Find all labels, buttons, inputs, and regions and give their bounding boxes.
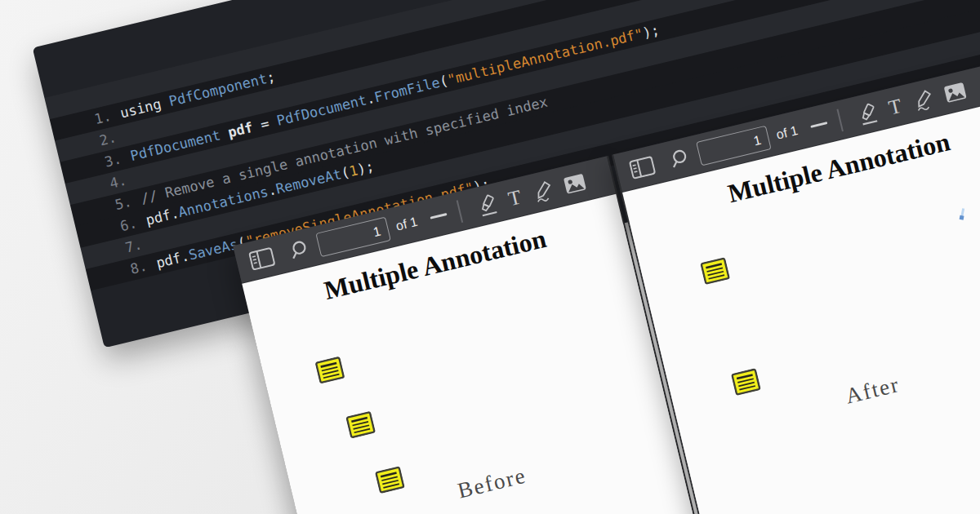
- sticky-note-annotation[interactable]: [314, 356, 345, 384]
- zoom-out-icon[interactable]: [430, 213, 447, 219]
- image-tool-icon[interactable]: [563, 172, 587, 194]
- code-token: );: [641, 21, 662, 41]
- page-count-label: of 1: [775, 122, 800, 142]
- draw-tool-icon[interactable]: [529, 177, 557, 205]
- toolbar-divider: [456, 200, 462, 223]
- page-count-label: of 1: [394, 214, 419, 233]
- zoom-out-icon[interactable]: [810, 122, 827, 128]
- highlighter-icon[interactable]: [474, 191, 501, 219]
- search-icon[interactable]: [666, 146, 692, 171]
- code-token: );: [355, 157, 376, 177]
- text-tool-icon[interactable]: T: [887, 95, 904, 118]
- sticky-note-annotation[interactable]: [375, 466, 406, 494]
- code-token: =: [251, 113, 279, 135]
- sticky-note-annotation[interactable]: [731, 368, 762, 397]
- text-tool-icon[interactable]: T: [506, 187, 523, 210]
- sidebar-panels-icon[interactable]: [247, 246, 276, 271]
- toolbar-divider: [836, 109, 843, 131]
- code-token: pdf.: [145, 205, 180, 228]
- sticky-note-annotation[interactable]: [700, 257, 731, 286]
- search-icon[interactable]: [286, 237, 311, 262]
- image-tool-icon[interactable]: [942, 81, 967, 103]
- highlighter-icon[interactable]: [853, 100, 881, 127]
- tilted-scene: 1.using PdfComponent;2.3.PdfDocument pdf…: [0, 0, 980, 514]
- draw-tool-icon[interactable]: [910, 86, 938, 113]
- code-token: pdf.: [154, 247, 190, 271]
- sticky-note-annotation[interactable]: [345, 410, 376, 439]
- code-token: pdf: [226, 119, 255, 141]
- sidebar-panels-icon[interactable]: [628, 155, 657, 179]
